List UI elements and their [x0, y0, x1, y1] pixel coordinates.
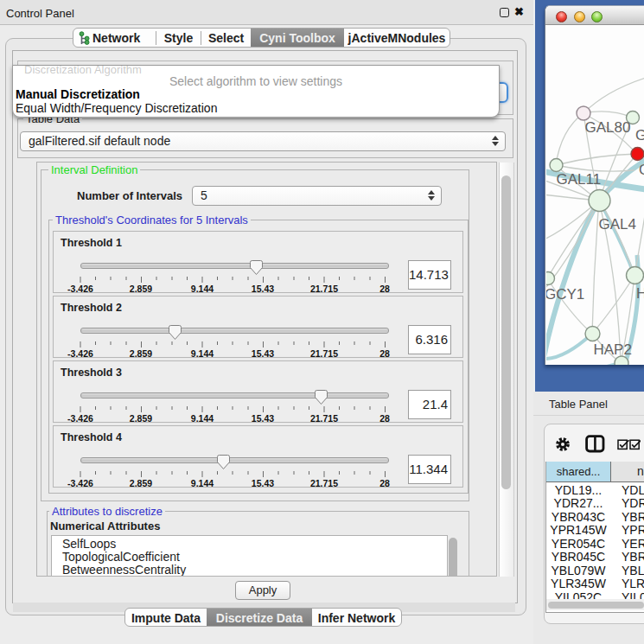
svg-text:GAL11: GAL11: [557, 171, 602, 188]
svg-text:H: H: [636, 285, 644, 302]
svg-text:C: C: [639, 162, 644, 178]
svg-text:GAL4: GAL4: [599, 216, 636, 233]
svg-text:GAL80: GAL80: [585, 119, 631, 136]
svg-text:GCY1: GCY1: [546, 286, 584, 303]
svg-text:G.: G.: [635, 127, 644, 143]
svg-text:HAP2: HAP2: [594, 341, 632, 358]
